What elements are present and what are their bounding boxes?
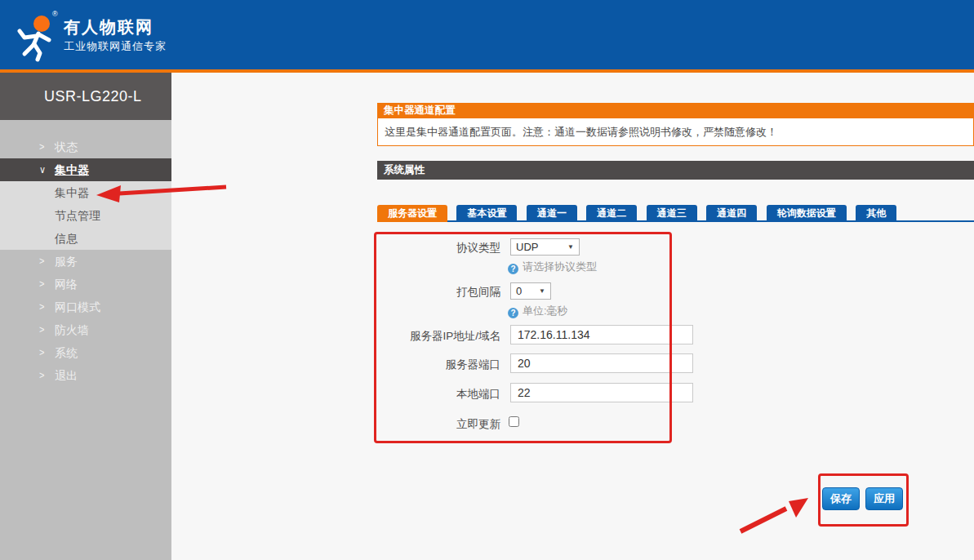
server-ip-input[interactable] xyxy=(510,325,693,344)
usr-running-man-logo: ® xyxy=(13,7,64,64)
registered-mark-icon: ® xyxy=(52,10,58,18)
sidebar-item-port-mode[interactable]: > 网口模式 xyxy=(0,296,171,318)
brand-subtitle: 工业物联网通信专家 xyxy=(64,39,167,54)
protocol-type-label: 协议类型 xyxy=(366,241,500,256)
section-title-system-attributes: 系统属性 xyxy=(377,161,974,180)
server-ip-label: 服务器IP地址/域名 xyxy=(366,329,500,344)
page-title: 集中器通道配置 xyxy=(377,103,974,118)
chevron-right-icon: > xyxy=(39,318,44,343)
tab-channel-2[interactable]: 通道二 xyxy=(586,205,637,222)
chevron-right-icon: > xyxy=(39,249,44,274)
chevron-down-icon: ∨ xyxy=(39,158,46,183)
usr-lg220-config-page: ® 有人物联网 工业物联网通信专家 USR-LG220-L > 状态 ∨ 集中器 xyxy=(0,0,974,560)
local-port-label: 本地端口 xyxy=(366,387,500,402)
help-icon: ? xyxy=(508,308,518,318)
sidebar-item-logout[interactable]: > 退出 xyxy=(0,364,171,387)
chevron-right-icon: > xyxy=(39,295,44,320)
sidebar-item-label: 集中器 xyxy=(55,181,89,204)
sidebar-item-label: 状态 xyxy=(55,136,78,158)
help-icon: ? xyxy=(508,264,518,274)
sidebar-item-label: 系统 xyxy=(55,341,78,364)
sidebar-item-label: 退出 xyxy=(55,364,78,387)
sidebar-item-service[interactable]: > 服务 xyxy=(0,250,171,273)
sidebar-item-label: 集中器 xyxy=(55,158,89,181)
local-port-input[interactable] xyxy=(510,383,693,402)
save-button[interactable]: 保存 xyxy=(822,487,860,510)
sidebar-item-label: 节点管理 xyxy=(55,204,100,227)
chevron-right-icon: > xyxy=(39,135,44,160)
pack-interval-select[interactable]: 0 ▼ xyxy=(510,282,551,300)
tab-channel-1[interactable]: 通道一 xyxy=(527,205,577,222)
device-model-title: USR-LG220-L xyxy=(0,73,171,120)
server-port-input[interactable] xyxy=(510,353,693,373)
annotation-arrow-save xyxy=(741,498,808,531)
chevron-right-icon: > xyxy=(39,340,44,366)
brand-title: 有人物联网 xyxy=(64,16,153,38)
tab-channel-3[interactable]: 通道三 xyxy=(647,205,697,222)
apply-button[interactable]: 应用 xyxy=(865,487,903,510)
pack-interval-value: 0 xyxy=(516,285,522,297)
sidebar-subitem-info[interactable]: 信息 xyxy=(0,227,171,250)
sidebar-item-status[interactable]: > 状态 xyxy=(0,136,171,158)
update-now-checkbox[interactable] xyxy=(509,416,519,427)
sidebar-nav: USR-LG220-L > 状态 ∨ 集中器 集中器 节点管理 信息 > 服务 xyxy=(0,73,171,560)
protocol-type-value: UDP xyxy=(516,241,538,253)
update-now-label: 立即更新 xyxy=(366,417,500,432)
sidebar-item-system[interactable]: > 系统 xyxy=(0,341,171,364)
sidebar-item-concentrator-group[interactable]: ∨ 集中器 xyxy=(0,158,171,181)
tab-channel-4[interactable]: 通道四 xyxy=(706,205,757,222)
sidebar-menu: > 状态 ∨ 集中器 集中器 节点管理 信息 > 服务 > 网络 xyxy=(0,120,171,387)
tab-basic-settings[interactable]: 基本设置 xyxy=(456,205,517,222)
protocol-help-text: ?请选择协议类型 xyxy=(508,260,597,271)
select-dropdown-arrow-icon: ▼ xyxy=(539,287,545,295)
chevron-right-icon: > xyxy=(39,363,44,389)
sidebar-item-network[interactable]: > 网络 xyxy=(0,273,171,296)
protocol-type-select[interactable]: UDP ▼ xyxy=(510,238,580,256)
server-port-label: 服务器端口 xyxy=(366,358,500,372)
tab-server-settings[interactable]: 服务器设置 xyxy=(377,205,447,222)
sidebar-item-label: 服务 xyxy=(55,250,78,273)
sidebar-subitem-node-management[interactable]: 节点管理 xyxy=(0,204,171,227)
sidebar-item-label: 网口模式 xyxy=(55,296,100,318)
chevron-right-icon: > xyxy=(39,272,44,297)
channel-tab-bar: 服务器设置 基本设置 通道一 通道二 通道三 通道四 轮询数据设置 其他 xyxy=(377,205,974,222)
sidebar-item-label: 信息 xyxy=(55,227,78,250)
sidebar-item-firewall[interactable]: > 防火墙 xyxy=(0,318,171,341)
sidebar-item-label: 网络 xyxy=(55,273,78,296)
select-dropdown-arrow-icon: ▼ xyxy=(567,243,574,251)
sidebar-item-label: 防火墙 xyxy=(55,318,89,341)
pack-interval-label: 打包间隔 xyxy=(366,285,500,300)
sidebar-subitem-concentrator[interactable]: 集中器 xyxy=(0,181,171,204)
top-header-bar: ® 有人物联网 工业物联网通信专家 xyxy=(0,0,974,69)
tab-other[interactable]: 其他 xyxy=(856,205,896,222)
pack-interval-help-text: ?单位:毫秒 xyxy=(508,304,568,315)
notice-message: 这里是集中器通道配置页面。注意：通道一数据请参照说明书修改，严禁随意修改！ xyxy=(377,118,974,146)
tab-poll-data-settings[interactable]: 轮询数据设置 xyxy=(767,205,847,222)
